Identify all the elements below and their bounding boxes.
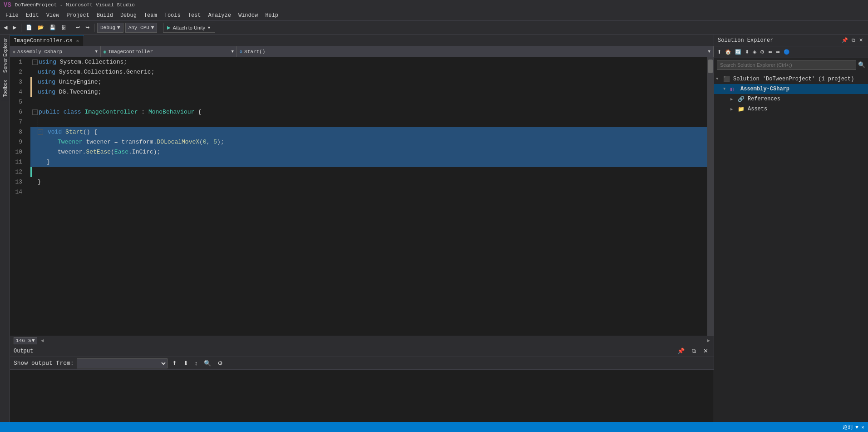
toolbox-tab[interactable]: Toolbox	[1, 76, 9, 101]
tab-imagecontroller-label: ImageController.cs	[14, 38, 73, 44]
open-file-button[interactable]: 📂	[36, 24, 46, 31]
editor-area: ImageController.cs ✕ ◆ Assembly-CSharp ▼…	[10, 35, 714, 422]
zoom-arrow: ▼	[32, 338, 35, 343]
output-source-dropdown[interactable]: Build Debug	[77, 358, 168, 368]
se-float-button[interactable]: ⧉	[850, 37, 857, 44]
fold-icon-6[interactable]: −	[32, 109, 38, 115]
scroll-left-btn[interactable]: ◀	[41, 338, 44, 343]
scroll-right-btn[interactable]: ▶	[707, 338, 710, 343]
save-all-button[interactable]: 🗄	[59, 24, 68, 31]
tab-imagecontroller[interactable]: ImageController.cs ✕	[10, 35, 84, 46]
nav-method-dropdown[interactable]: ⚙ Start() ▼	[237, 46, 714, 57]
forward-button[interactable]: ▶	[11, 24, 18, 31]
tree-project[interactable]: ▼ ◧ Assembly-CSharp	[714, 84, 868, 94]
code-line-6: − public class ImageController : MonoBeh…	[30, 107, 707, 117]
se-btn-6[interactable]: ⚙	[759, 49, 766, 55]
menu-test[interactable]: Test	[184, 11, 205, 20]
code-content[interactable]: − using System.Collections; using System…	[30, 57, 707, 336]
code-line-5	[30, 97, 707, 107]
se-btn-4[interactable]: ⬇	[744, 49, 750, 55]
output-word-wrap-button[interactable]: ↕	[193, 359, 200, 367]
toolbar-sep-3	[94, 24, 94, 32]
references-label: References	[748, 96, 780, 102]
tab-imagecontroller-close[interactable]: ✕	[75, 38, 80, 44]
menu-tools[interactable]: Tools	[161, 11, 184, 20]
se-btn-9[interactable]: 🔵	[782, 49, 791, 55]
output-options-button[interactable]: ⚙	[216, 359, 225, 367]
config-dropdown[interactable]: Debug ▼	[97, 23, 123, 33]
se-btn-1[interactable]: ⬆	[716, 49, 723, 55]
toolbar-sep-1	[21, 24, 21, 32]
attach-to-unity-button[interactable]: ▶ Attach to Unity ▼	[163, 23, 215, 33]
line-numbers: 1 2 3 4 5 6 7 8 9 10 11 12 13 14	[10, 57, 30, 336]
zoom-dropdown[interactable]: 146 % ▼	[14, 337, 37, 344]
menu-file[interactable]: File	[2, 11, 22, 20]
redo-button[interactable]: ↪	[84, 24, 91, 31]
references-expand-icon: ▶	[730, 97, 738, 102]
tree-references[interactable]: ▶ 🔗 References	[714, 94, 868, 104]
tree-solution[interactable]: ▼ ⬛ Solution 'DoTweenProject' (1 project…	[714, 74, 868, 84]
nav-class-dropdown[interactable]: ◉ ImageController ▼	[101, 46, 237, 57]
nav-method-label: Start()	[244, 49, 265, 55]
se-close-button[interactable]: ✕	[858, 37, 864, 44]
play-icon: ▶	[167, 25, 171, 30]
se-search-bar: 🔍	[714, 58, 868, 72]
nav-assembly-label: Assembly-CSharp	[17, 49, 62, 55]
output-pin-button[interactable]: 📌	[676, 347, 686, 355]
solution-icon: ⬛	[723, 76, 731, 83]
menu-view[interactable]: View	[43, 11, 63, 20]
output-close-button[interactable]: ✕	[701, 347, 710, 355]
menu-build[interactable]: Build	[93, 11, 117, 20]
menu-project[interactable]: Project	[63, 11, 93, 20]
nav-method-icon: ⚙	[240, 49, 242, 55]
output-scroll-up-button[interactable]: ⬇	[182, 359, 190, 367]
status-right: 赵刘 ▼ ✕	[843, 424, 864, 431]
se-btn-3[interactable]: 🔄	[734, 49, 743, 55]
editor-status-bar: 146 % ▼ ◀ ▶	[10, 336, 714, 345]
scrollbar-track[interactable]	[707, 57, 714, 336]
new-file-button[interactable]: 📄	[24, 24, 34, 31]
se-btn-8[interactable]: ➡	[774, 49, 781, 55]
editor-scrollbar[interactable]	[707, 57, 714, 336]
line-number-7: 7	[10, 117, 26, 127]
menu-team[interactable]: Team	[140, 11, 161, 20]
assets-expand-icon: ▶	[730, 107, 738, 112]
nav-assembly-icon: ◆	[13, 49, 15, 55]
se-btn-5[interactable]: ◈	[751, 49, 758, 55]
fold-icon-1[interactable]: −	[32, 60, 38, 65]
left-sidebar: Server Explorer Toolbox	[0, 35, 10, 422]
menu-help[interactable]: Help	[261, 11, 282, 20]
se-btn-2[interactable]: 🏠	[724, 49, 733, 55]
scrollbar-thumb[interactable]	[708, 60, 713, 73]
line-number-6: 6	[10, 107, 26, 117]
platform-dropdown[interactable]: Any CPU ▼	[125, 23, 158, 33]
output-find-button[interactable]: 🔍	[202, 359, 213, 367]
output-content	[10, 370, 714, 422]
code-line-3: using UnityEngine;	[30, 77, 707, 87]
save-button[interactable]: 💾	[48, 24, 58, 31]
code-editor[interactable]: 1 2 3 4 5 6 7 8 9 10 11 12 13 14 − u	[10, 57, 714, 336]
output-clear-button[interactable]: ⬆	[170, 359, 179, 367]
title-bar: VS DoTweenProject - Microsoft Visual Stu…	[0, 0, 868, 10]
menu-analyze[interactable]: Analyze	[205, 11, 235, 20]
menu-edit[interactable]: Edit	[22, 11, 43, 20]
menu-window[interactable]: Window	[235, 11, 261, 20]
se-pin-button[interactable]: 📌	[840, 37, 849, 44]
se-toolbar: ⬆ 🏠 🔄 ⬇ ◈ ⚙ ⬅ ➡ 🔵	[714, 46, 868, 58]
se-search-input[interactable]	[717, 60, 856, 70]
tree-assets[interactable]: ▶ 📁 Assets	[714, 104, 868, 114]
nav-assembly-dropdown[interactable]: ◆ Assembly-CSharp ▼	[10, 46, 101, 57]
code-line-2: using System.Collections.Generic;	[30, 67, 707, 77]
fold-icon-8[interactable]: −	[38, 129, 43, 135]
undo-button[interactable]: ↩	[74, 24, 82, 31]
se-btn-7[interactable]: ⬅	[767, 49, 774, 55]
server-explorer-tab[interactable]: Server Explorer	[1, 35, 9, 76]
show-output-label: Show output from:	[14, 360, 74, 367]
output-float-button[interactable]: ⧉	[690, 347, 698, 355]
menu-debug[interactable]: Debug	[117, 11, 140, 20]
attach-label: Attach to Unity	[173, 25, 205, 30]
code-line-4: using DG.Tweening;	[30, 87, 707, 97]
line-number-11: 11	[10, 157, 26, 167]
project-label: Assembly-CSharp	[740, 86, 789, 92]
back-button[interactable]: ◀	[2, 24, 9, 31]
